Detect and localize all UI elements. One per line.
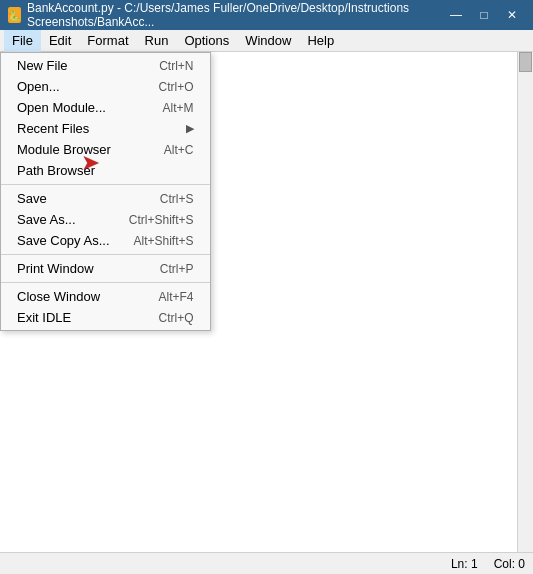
window-title: BankAccount.py - C:/Users/James Fuller/O…	[27, 1, 443, 29]
exit-idle-shortcut: Ctrl+Q	[159, 311, 194, 325]
menu-item-recent-files[interactable]: Recent Files ▶	[1, 118, 210, 139]
menu-edit[interactable]: Edit	[41, 30, 79, 52]
exit-idle-label: Exit IDLE	[17, 310, 135, 325]
minimize-button[interactable]: —	[443, 5, 469, 25]
menu-item-print-window[interactable]: Print Window Ctrl+P	[1, 258, 210, 279]
app-icon: 🐍	[8, 7, 21, 23]
menu-file[interactable]: File	[4, 30, 41, 52]
menu-item-save-as[interactable]: Save As... Ctrl+Shift+S	[1, 209, 210, 230]
open-module-shortcut: Alt+M	[163, 101, 194, 115]
separator-1	[1, 184, 210, 185]
separator-2	[1, 254, 210, 255]
new-file-shortcut: Ctrl+N	[159, 59, 193, 73]
menu-item-module-browser[interactable]: Module Browser Alt+C	[1, 139, 210, 160]
save-as-shortcut: Ctrl+Shift+S	[129, 213, 194, 227]
scrollbar-thumb[interactable]	[519, 52, 532, 72]
menu-window[interactable]: Window	[237, 30, 299, 52]
menu-item-exit-idle[interactable]: Exit IDLE Ctrl+Q	[1, 307, 210, 328]
menu-bar: File Edit Format Run Options Window Help	[0, 30, 533, 52]
status-bar: Ln: 1 Col: 0	[0, 552, 533, 574]
save-label: Save	[17, 191, 136, 206]
menu-item-save-copy-as[interactable]: Save Copy As... Alt+Shift+S	[1, 230, 210, 251]
open-label: Open...	[17, 79, 135, 94]
module-browser-shortcut: Alt+C	[164, 143, 194, 157]
maximize-button[interactable]: □	[471, 5, 497, 25]
col-number: Col: 0	[494, 557, 525, 571]
menu-options[interactable]: Options	[176, 30, 237, 52]
recent-files-arrow: ▶	[186, 122, 194, 135]
menu-run[interactable]: Run	[137, 30, 177, 52]
file-dropdown-menu: New File Ctrl+N Open... Ctrl+O Open Modu…	[0, 52, 211, 331]
title-bar-left: 🐍 BankAccount.py - C:/Users/James Fuller…	[8, 1, 443, 29]
menu-item-open-module[interactable]: Open Module... Alt+M	[1, 97, 210, 118]
new-file-label: New File	[17, 58, 135, 73]
scrollbar-right[interactable]	[517, 52, 533, 552]
title-bar: 🐍 BankAccount.py - C:/Users/James Fuller…	[0, 0, 533, 30]
open-shortcut: Ctrl+O	[159, 80, 194, 94]
menu-item-save[interactable]: Save Ctrl+S	[1, 188, 210, 209]
save-copy-as-shortcut: Alt+Shift+S	[134, 234, 194, 248]
save-as-label: Save As...	[17, 212, 105, 227]
menu-format[interactable]: Format	[79, 30, 136, 52]
pointer-arrow-indicator	[78, 155, 100, 171]
menu-item-open[interactable]: Open... Ctrl+O	[1, 76, 210, 97]
path-browser-label: Path Browser	[17, 163, 194, 178]
menu-help[interactable]: Help	[299, 30, 342, 52]
menu-item-close-window[interactable]: Close Window Alt+F4	[1, 286, 210, 307]
close-window-label: Close Window	[17, 289, 135, 304]
separator-3	[1, 282, 210, 283]
open-module-label: Open Module...	[17, 100, 139, 115]
menu-item-path-browser[interactable]: Path Browser	[1, 160, 210, 181]
menu-item-new-file[interactable]: New File Ctrl+N	[1, 55, 210, 76]
svg-marker-0	[84, 156, 99, 169]
window-controls: — □ ✕	[443, 5, 525, 25]
print-window-shortcut: Ctrl+P	[160, 262, 194, 276]
recent-files-label: Recent Files	[17, 121, 178, 136]
close-button[interactable]: ✕	[499, 5, 525, 25]
line-number: Ln: 1	[451, 557, 478, 571]
close-window-shortcut: Alt+F4	[159, 290, 194, 304]
save-copy-as-label: Save Copy As...	[17, 233, 110, 248]
save-shortcut: Ctrl+S	[160, 192, 194, 206]
print-window-label: Print Window	[17, 261, 136, 276]
